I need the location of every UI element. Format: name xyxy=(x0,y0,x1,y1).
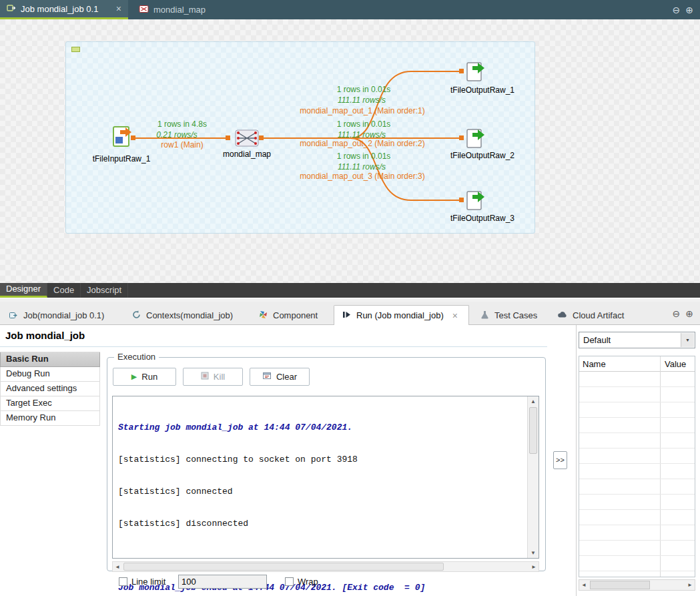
panel-view-controls: ⊖ ⊕ xyxy=(673,302,693,325)
sidebar-item-basic-run[interactable]: Basic Run xyxy=(0,352,100,367)
line-limit-checkbox[interactable] xyxy=(119,577,127,586)
tab-component-view[interactable]: Component xyxy=(251,306,325,325)
lower-panel-tab-bar: Job(mondial_job 0.1) Contexts(mondial_jo… xyxy=(0,302,700,325)
component-tfileoutputraw2-icon[interactable] xyxy=(465,127,486,151)
component-tfileoutputraw3-icon[interactable] xyxy=(465,190,486,213)
kill-icon xyxy=(201,372,209,382)
row-rate-stat: 111.11 rows/s xyxy=(312,95,412,105)
component-label[interactable]: tFileOutputRaw_3 xyxy=(433,214,532,223)
tab-designer[interactable]: Designer xyxy=(0,283,47,298)
component-view-icon xyxy=(258,310,268,322)
connection-label[interactable]: mondial_map_out_2 (Main order:2) xyxy=(286,139,439,148)
row-count-stat: 1 rows in 0.01s xyxy=(314,119,414,129)
row-rate-stat: 0.21 rows/s xyxy=(127,130,227,139)
editor-tab-bar: Job mondial_job 0.1 × mondial_map ⊖ ⊕ xyxy=(0,0,700,19)
component-tfileoutputraw1-icon[interactable] xyxy=(465,61,486,84)
column-header-name[interactable]: Name xyxy=(583,359,606,369)
sidebar-item-memory-run[interactable]: Memory Run xyxy=(0,411,100,426)
table-horizontal-scrollbar[interactable]: ◄ ► xyxy=(579,579,695,591)
console-horizontal-scrollbar[interactable]: ◄ ► xyxy=(112,561,539,572)
minimize-view-icon[interactable]: ⊖ xyxy=(673,5,681,15)
console-line: [statistics] connected xyxy=(118,487,518,497)
run-button[interactable]: ▶ Run xyxy=(113,368,176,386)
run-button-label: Run xyxy=(141,372,157,382)
context-selector[interactable]: Default ▼ xyxy=(579,332,695,348)
scroll-left-icon[interactable]: ◄ xyxy=(581,582,587,588)
job-editor-icon xyxy=(7,3,16,15)
job-design-canvas[interactable]: tFileInputRaw_1 mondial_map tFileOutputR… xyxy=(0,19,700,283)
sidebar-item-target-exec[interactable]: Target Exec xyxy=(0,396,100,411)
scrollbar-thumb[interactable] xyxy=(529,407,537,454)
tab-test-cases[interactable]: Test Cases xyxy=(472,306,545,325)
row-count-stat: 1 rows in 0.01s xyxy=(314,85,414,94)
connection-label[interactable]: mondial_map_out_1 (Main order:1) xyxy=(286,106,439,115)
scroll-right-icon[interactable]: ► xyxy=(531,564,537,570)
tab-label: mondial_map xyxy=(153,5,206,15)
column-header-value[interactable]: Value xyxy=(665,359,686,369)
tab-code[interactable]: Code xyxy=(47,283,81,298)
tab-contexts-view[interactable]: Contexts(mondial_job) xyxy=(124,306,240,325)
kill-button[interactable]: Kill xyxy=(183,368,243,386)
execution-console[interactable]: Starting job mondial_job at 14:44 07/04/… xyxy=(112,396,539,559)
scroll-left-icon[interactable]: ◄ xyxy=(115,564,120,570)
execution-group-label: Execution xyxy=(114,352,159,362)
connection-label[interactable]: row1 (Main) xyxy=(132,140,232,150)
tab-label: Job mondial_job 0.1 xyxy=(21,4,98,14)
maximize-panel-icon[interactable]: ⊕ xyxy=(685,308,693,319)
run-sidebar: Basic Run Debug Run Advanced settings Ta… xyxy=(0,352,100,426)
close-tab-icon[interactable]: × xyxy=(116,3,121,14)
title-divider xyxy=(0,346,547,347)
console-line-blank xyxy=(118,551,518,561)
tab-label: Cloud Artifact xyxy=(573,310,624,320)
tab-job-mondial-job[interactable]: Job mondial_job 0.1 × xyxy=(0,0,128,19)
tab-label: Component xyxy=(273,310,318,320)
chevron-down-icon[interactable]: ▼ xyxy=(681,333,694,347)
clear-button[interactable]: Clear xyxy=(250,368,310,386)
tab-label: Run (Job mondial_job) xyxy=(356,310,444,320)
console-vertical-scrollbar[interactable]: ▲ ▼ xyxy=(527,396,539,558)
expand-panel-button[interactable]: >> xyxy=(553,451,567,469)
row-count-stat: 1 rows in 0.01s xyxy=(314,152,414,161)
context-variables-table: Name Value xyxy=(579,356,695,577)
sidebar-item-debug-run[interactable]: Debug Run xyxy=(0,367,100,382)
clear-button-label: Clear xyxy=(276,372,297,382)
tab-job-view[interactable]: Job(mondial_job 0.1) xyxy=(1,306,111,325)
execution-group: Execution ▶ Run Kill Clear Starting job xyxy=(107,357,546,571)
component-label[interactable]: tFileOutputRaw_2 xyxy=(433,151,532,160)
tab-jobscript[interactable]: Jobscript xyxy=(81,283,128,298)
container-collapse-marker[interactable] xyxy=(71,47,80,52)
scroll-down-icon[interactable]: ▼ xyxy=(528,550,539,556)
minimize-panel-icon[interactable]: ⊖ xyxy=(673,308,681,319)
cloud-icon xyxy=(557,310,568,322)
tab-mondial-map[interactable]: mondial_map xyxy=(132,0,220,19)
component-label[interactable]: mondial_map xyxy=(205,150,289,159)
scroll-up-icon[interactable]: ▲ xyxy=(528,398,539,404)
kill-button-label: Kill xyxy=(214,372,225,382)
tab-run-view[interactable]: Run (Job mondial_job) × xyxy=(334,305,469,325)
connection-label[interactable]: mondial_map_out_3 (Main order:3) xyxy=(286,172,439,181)
tmap-icon xyxy=(139,4,149,16)
close-tab-icon[interactable]: × xyxy=(452,310,458,321)
context-variables-panel: Default ▼ Name Value ◄ ► xyxy=(576,325,700,596)
clear-icon xyxy=(262,371,272,382)
scrollbar-thumb[interactable] xyxy=(590,581,650,589)
component-tmap-icon[interactable] xyxy=(234,129,260,150)
tab-label: Test Cases xyxy=(494,310,537,320)
play-icon: ▶ xyxy=(131,372,137,381)
sidebar-item-advanced-settings[interactable]: Advanced settings xyxy=(0,382,100,396)
console-line: Starting job mondial_job at 14:44 07/04/… xyxy=(118,422,518,433)
scroll-right-icon[interactable]: ► xyxy=(687,582,693,588)
console-line: [statistics] disconnected xyxy=(118,519,518,529)
maximize-view-icon[interactable]: ⊕ xyxy=(685,5,693,15)
component-label[interactable]: tFileOutputRaw_1 xyxy=(433,85,532,95)
wrap-checkbox[interactable] xyxy=(285,577,294,586)
row-count-stat: 1 rows in 4.8s xyxy=(132,119,232,129)
scrollbar-thumb[interactable] xyxy=(123,563,444,571)
job-view-icon xyxy=(9,310,19,322)
line-limit-input[interactable] xyxy=(178,575,267,589)
component-label[interactable]: tFileInputRaw_1 xyxy=(73,154,169,164)
editor-view-controls: ⊖ ⊕ xyxy=(673,0,693,19)
context-selected-value: Default xyxy=(583,335,611,345)
table-body[interactable] xyxy=(579,372,695,577)
tab-cloud-artifact[interactable]: Cloud Artifact xyxy=(550,306,631,325)
